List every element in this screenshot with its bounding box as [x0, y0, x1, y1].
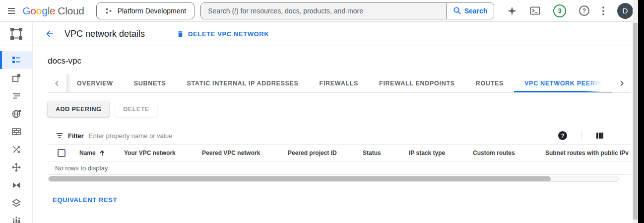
filter-icon [55, 131, 64, 140]
page-header: VPC network details DELETE VPC NETWORK [33, 22, 633, 46]
browser-content: Google Cloud Platform Development Search [0, 0, 633, 223]
tab-static-internal-ip[interactable]: STATIC INTERNAL IP ADDRESSES [176, 74, 309, 92]
select-all-checkbox[interactable] [58, 149, 65, 157]
network-tiers-icon [11, 91, 21, 101]
tabs-scroll-right-button[interactable] [612, 74, 631, 92]
back-button[interactable] [45, 29, 55, 39]
logo-cloud-text: Cloud [58, 5, 84, 17]
screen-letterbox [638, 0, 644, 223]
logo-google-text: Google [22, 5, 55, 17]
tab-subnets[interactable]: SUBNETS [124, 74, 177, 92]
account-avatar[interactable]: D [617, 3, 633, 19]
filter-input[interactable] [89, 132, 558, 140]
top-app-bar: Google Cloud Platform Development Search [0, 0, 633, 22]
column-header-custom-routes[interactable]: Custom routes [473, 149, 545, 156]
horizontal-scrollbar-thumb[interactable] [49, 176, 551, 181]
column-header-peered-vpc-network[interactable]: Peered VPC network [202, 149, 288, 156]
shared-vpc-icon [11, 180, 21, 190]
delete-vpc-network-button[interactable]: DELETE VPC NETWORK [177, 30, 269, 38]
column-header-status[interactable]: Status [363, 149, 409, 156]
vertical-scrollbar-thumb[interactable] [633, 23, 638, 220]
search-input[interactable] [201, 3, 446, 19]
tab-firewall-endpoints[interactable]: FIREWALL ENDPOINTS [369, 74, 465, 92]
select-all-cell [48, 149, 79, 157]
search-icon [453, 6, 461, 15]
gemini-sparkle-icon[interactable] [507, 6, 517, 16]
column-header-your-vpc-network[interactable]: Your VPC network [124, 149, 202, 156]
filter-bar: Filter ? [48, 127, 631, 145]
global-search: Search [200, 2, 494, 19]
delete-peering-button[interactable]: DELETE [115, 101, 157, 117]
trash-icon [177, 30, 184, 38]
delete-vpc-network-label: DELETE VPC NETWORK [188, 30, 269, 38]
peering-icon [11, 162, 21, 172]
column-header-subnet-routes[interactable]: Subnet routes with public IPv [545, 149, 631, 156]
tab-overview[interactable]: OVERVIEW [66, 74, 124, 92]
notification-count: 3 [558, 7, 561, 14]
search-button[interactable]: Search [446, 3, 494, 19]
sidebar-item-network-tiers[interactable] [0, 87, 32, 105]
help-glyph: ? [582, 7, 586, 14]
tab-strip: OVERVIEW SUBNETS STATIC INTERNAL IP ADDR… [66, 74, 612, 92]
tab-routes[interactable]: ROUTES [465, 74, 514, 92]
globe-icon [11, 109, 21, 119]
empty-table-message: No rows to display [48, 161, 631, 174]
vpc-networks-icon [11, 55, 21, 65]
table-header-row: Name Your VPC network Peered VPC network… [48, 145, 631, 161]
peering-toolbar: ADD PEERING DELETE [48, 101, 631, 117]
avatar-initial: D [623, 6, 628, 15]
gcp-console: Google Cloud Platform Development Search [0, 0, 644, 223]
sidebar-item-shared-vpc[interactable] [0, 176, 32, 194]
sidebar-item-routes[interactable] [0, 141, 32, 158]
sidebar-item-ip-addresses[interactable] [0, 105, 32, 123]
firewall-icon [11, 127, 21, 137]
google-cloud-logo[interactable]: Google Cloud [22, 5, 84, 17]
tab-firewalls[interactable]: FIREWALLS [309, 74, 369, 92]
project-selector[interactable]: Platform Development [96, 2, 195, 19]
horizontal-scroll-zone [48, 174, 631, 184]
more-vert-icon[interactable] [602, 6, 604, 15]
project-name: Platform Development [118, 7, 187, 15]
tab-vpc-network-peering[interactable]: VPC NETWORK PEERING [514, 74, 612, 92]
horizontal-scrollbar-track[interactable] [48, 176, 619, 182]
tabs-scroll-left-button[interactable] [48, 74, 66, 92]
column-options-icon[interactable] [595, 131, 604, 140]
vpc-product-icon [0, 22, 32, 46]
sidebar-item-vpc-peering[interactable] [0, 158, 32, 176]
sidebar-item-vpc-networks[interactable] [0, 51, 32, 69]
filter-help-glyph: ? [561, 133, 565, 139]
topbar-actions: 3 ? D [507, 3, 633, 19]
bar-chart-icon [11, 216, 21, 223]
arrow-back-icon [45, 29, 55, 39]
add-peering-button[interactable]: ADD PEERING [48, 101, 109, 117]
help-icon[interactable]: ? [579, 5, 589, 16]
hamburger-menu-icon[interactable] [0, 6, 22, 15]
filter-label: Filter [68, 132, 84, 140]
external-ip-icon [11, 73, 21, 83]
sidebar-item-network-analyzer[interactable] [0, 212, 32, 223]
sidebar-item-firewall[interactable] [0, 123, 32, 141]
peering-table: Filter ? [48, 127, 631, 184]
layers-icon [11, 198, 21, 208]
network-name: docs-vpc [48, 56, 631, 66]
routes-icon [11, 145, 21, 154]
sort-ascending-icon[interactable] [99, 149, 106, 156]
sidebar-item-external-ip[interactable] [0, 69, 32, 87]
notifications-badge[interactable]: 3 [553, 4, 566, 17]
page-title: VPC network details [64, 29, 145, 39]
filter-help-icon[interactable]: ? [558, 131, 567, 140]
tab-bar: OVERVIEW SUBNETS STATIC INTERNAL IP ADDR… [48, 74, 631, 93]
sidebar-item-serverless-vpc[interactable] [0, 194, 32, 212]
column-header-name[interactable]: Name [79, 149, 124, 156]
search-button-label: Search [464, 7, 488, 15]
column-header-peered-project-id[interactable]: Peered project ID [288, 149, 363, 156]
cloud-shell-icon[interactable] [530, 5, 540, 16]
project-icon [105, 7, 113, 15]
filter-divider [581, 130, 581, 141]
equivalent-rest-link[interactable]: EQUIVALENT REST [53, 196, 117, 204]
column-header-ip-stack-type[interactable]: IP stack type [409, 149, 473, 156]
left-nav-sidebar [0, 22, 33, 223]
